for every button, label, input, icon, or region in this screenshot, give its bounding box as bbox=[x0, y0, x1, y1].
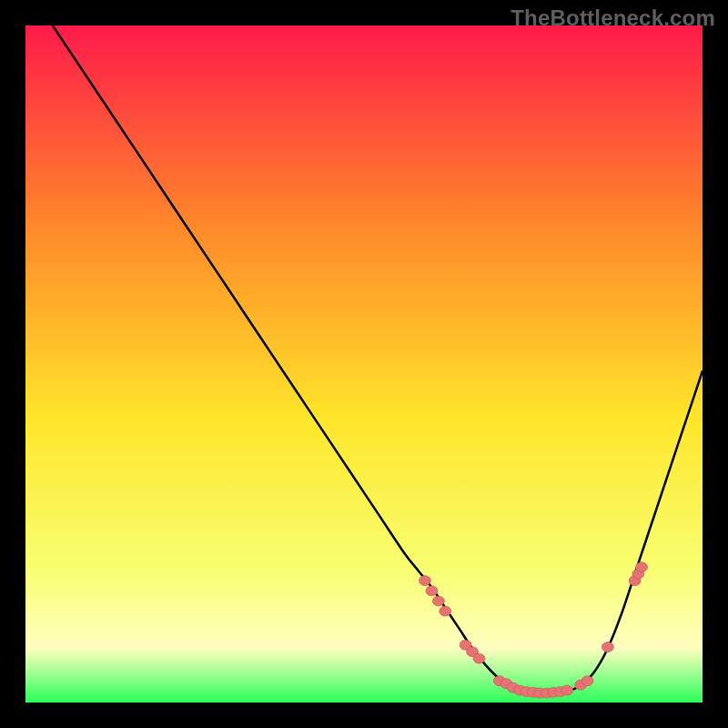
curve-marker bbox=[440, 606, 451, 616]
bottleneck-chart bbox=[25, 25, 703, 703]
curve-marker bbox=[581, 676, 593, 686]
curve-marker bbox=[432, 596, 444, 606]
chart-frame: { "watermark": "TheBottleneck.com", "col… bbox=[0, 0, 728, 728]
curve-marker bbox=[561, 685, 573, 695]
curve-marker bbox=[473, 653, 485, 663]
curve-marker bbox=[636, 562, 648, 572]
plot-background bbox=[25, 25, 703, 703]
curve-marker bbox=[419, 576, 430, 586]
curve-marker bbox=[602, 642, 613, 652]
curve-marker bbox=[426, 586, 438, 596]
